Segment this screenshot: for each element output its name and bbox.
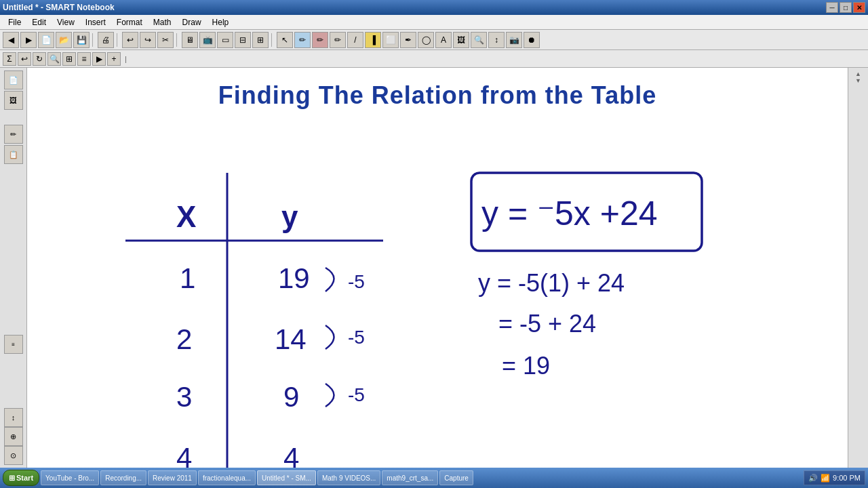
undo-button[interactable]: ↩: [122, 32, 138, 48]
screen-btn[interactable]: 🖥: [182, 32, 198, 48]
system-tray: 🔊 📶 9:00 PM: [804, 470, 865, 485]
svg-text:1: 1: [180, 262, 195, 294]
taskbar-item-0[interactable]: YouTube - Bro...: [41, 470, 99, 485]
line-btn[interactable]: /: [347, 32, 363, 48]
redo-button[interactable]: ↪: [140, 32, 156, 48]
sidebar-bottom: ≡ ↕ ⊕ ⊙: [4, 335, 23, 465]
list-btn[interactable]: ≡: [77, 52, 91, 66]
start-button[interactable]: ⊞Start: [3, 470, 39, 486]
sidebar-btn-4[interactable]: 📋: [4, 145, 23, 164]
menu-math[interactable]: Math: [148, 16, 177, 28]
print-button[interactable]: 🖨: [98, 32, 114, 48]
taskbar-item-4[interactable]: Untitled * - SM...: [257, 470, 316, 485]
menu-help[interactable]: Help: [207, 16, 235, 28]
handwriting-svg: X y 1 19 2 14 3 9 4 4 -5 -5 -5: [27, 68, 848, 468]
taskbar-item-7[interactable]: Capture: [439, 470, 473, 485]
record-btn[interactable]: ⏺: [524, 32, 540, 48]
taskbar-item-3[interactable]: fractionalequa...: [198, 470, 256, 485]
pen2-btn[interactable]: ✏: [312, 32, 328, 48]
grid-btn[interactable]: ⊞: [62, 52, 76, 66]
pen3-btn[interactable]: ✏: [330, 32, 346, 48]
maximize-button[interactable]: □: [840, 2, 852, 13]
taskbar-item-2[interactable]: Review 2011: [148, 470, 197, 485]
tray-icon-1: 🔊: [808, 474, 818, 483]
svg-text:y = ⁻5x +24: y = ⁻5x +24: [481, 195, 658, 232]
menu-file[interactable]: File: [3, 16, 26, 28]
taskbar-label-6: math9_crt_sa...: [387, 474, 433, 482]
svg-text:-5: -5: [348, 384, 365, 405]
sigma-btn[interactable]: Σ: [3, 52, 16, 66]
svg-text:2: 2: [176, 323, 192, 355]
screen3-btn[interactable]: ▭: [217, 32, 233, 48]
taskbar-label-5: Math 9 VIDEOS...: [322, 474, 376, 482]
toolbar-separator-4: [271, 33, 274, 47]
cut-button[interactable]: ✂: [157, 32, 174, 48]
svg-text:= -5 + 24: = -5 + 24: [498, 310, 596, 338]
toolbar-main: ◀ ▶ 📄 📂 💾 🖨 ↩ ↪ ✂ 🖥 📺 ▭ ⊟ ⊞ ↖ ✏ ✏ ✏ / ▐ …: [0, 30, 868, 50]
taskbar-label-2: Review 2011: [153, 474, 192, 482]
sidebar-btn-6[interactable]: ↕: [4, 408, 23, 427]
menu-edit[interactable]: Edit: [26, 16, 52, 28]
taskbar-label-4: Untitled * - SM...: [262, 474, 311, 482]
extra-btn[interactable]: +: [107, 52, 121, 66]
svg-text:= 19: = 19: [502, 352, 550, 380]
pen1-btn[interactable]: ✏: [294, 32, 311, 48]
back-button[interactable]: ◀: [3, 32, 19, 48]
save-button[interactable]: 💾: [73, 32, 90, 48]
svg-text:-5: -5: [348, 327, 365, 348]
sidebar-btn-3[interactable]: ✏: [4, 125, 23, 144]
tray-icon-2: 📶: [821, 474, 830, 483]
taskbar: ⊞Start YouTube - Bro... Recording... Rev…: [0, 468, 868, 488]
screen4-btn[interactable]: ⊟: [235, 32, 251, 48]
taskbar-item-6[interactable]: math9_crt_sa...: [382, 470, 438, 485]
toolbar-separator-3: [176, 33, 179, 47]
select-btn[interactable]: ↖: [277, 32, 293, 48]
svg-text:14: 14: [275, 323, 307, 355]
svg-text:4: 4: [283, 442, 299, 468]
play-btn[interactable]: ▶: [92, 52, 106, 66]
svg-text:y: y: [281, 200, 298, 233]
screen2-btn[interactable]: 📺: [199, 32, 216, 48]
open-button[interactable]: 📂: [56, 32, 72, 48]
text-btn[interactable]: A: [435, 32, 452, 48]
toolbar-secondary: Σ ↩ ↻ 🔍 ⊞ ≡ ▶ + |: [0, 50, 868, 68]
svg-text:-5: -5: [348, 271, 365, 292]
image-btn[interactable]: 🖼: [453, 32, 469, 48]
svg-text:9: 9: [283, 381, 299, 413]
canvas-area: Finding The Relation from the Table X y …: [27, 68, 848, 468]
menu-format[interactable]: Format: [111, 16, 148, 28]
table-btn[interactable]: ⊞: [252, 32, 269, 48]
menu-draw[interactable]: Draw: [177, 16, 207, 28]
pen4-btn[interactable]: ✒: [400, 32, 416, 48]
main-area: 📄 🖼 ✏ 📋 ≡ ↕ ⊕ ⊙ Finding The Relation fro…: [0, 68, 868, 468]
left-sidebar: 📄 🖼 ✏ 📋 ≡ ↕ ⊕ ⊙: [0, 68, 27, 468]
sidebar-btn-7[interactable]: ⊕: [4, 427, 23, 446]
toolbar-separator-2: [117, 33, 119, 47]
clock: 9:00 PM: [833, 474, 861, 482]
close-button[interactable]: ✕: [853, 2, 865, 13]
sidebar-btn-8[interactable]: ⊙: [4, 446, 23, 465]
refresh-btn[interactable]: ↻: [33, 52, 46, 66]
taskbar-label-3: fractionalequa...: [203, 474, 251, 482]
sidebar-btn-5[interactable]: ≡: [4, 335, 23, 354]
window-controls: ─ □ ✕: [826, 2, 865, 13]
menu-view[interactable]: View: [52, 16, 80, 28]
capture-btn[interactable]: 📷: [506, 32, 522, 48]
zoom-btn[interactable]: 🔍: [471, 32, 487, 48]
taskbar-right: 🔊 📶 9:00 PM: [804, 470, 865, 485]
more1-btn[interactable]: ↕: [488, 32, 505, 48]
menu-insert[interactable]: Insert: [80, 16, 111, 28]
new-button[interactable]: 📄: [38, 32, 54, 48]
taskbar-item-1[interactable]: Recording...: [100, 470, 146, 485]
shapes-btn[interactable]: ◯: [418, 32, 434, 48]
highlighter-btn[interactable]: ▐: [365, 32, 381, 48]
back2-btn[interactable]: ↩: [18, 52, 31, 66]
search-btn[interactable]: 🔍: [47, 52, 61, 66]
sidebar-btn-2[interactable]: 🖼: [4, 91, 23, 110]
eraser-btn[interactable]: ⬜: [382, 32, 399, 48]
menu-bar: File Edit View Insert Format Math Draw H…: [0, 15, 868, 30]
minimize-button[interactable]: ─: [826, 2, 838, 13]
forward-button[interactable]: ▶: [20, 32, 37, 48]
sidebar-btn-1[interactable]: 📄: [4, 70, 23, 89]
taskbar-item-5[interactable]: Math 9 VIDEOS...: [317, 470, 380, 485]
